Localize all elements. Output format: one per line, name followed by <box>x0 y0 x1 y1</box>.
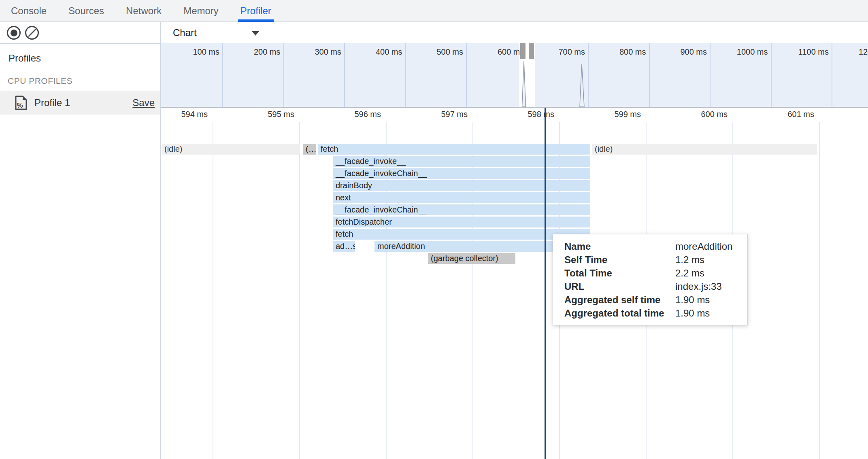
ruler-tick-label: 595 ms <box>268 110 294 119</box>
save-link[interactable]: Save <box>132 91 155 115</box>
ruler-tick-label: 600 ms <box>701 110 728 119</box>
view-mode-select[interactable]: Chart <box>173 22 197 43</box>
tooltip-value: 1.90 ms <box>675 293 736 306</box>
tooltip-value: 1.90 ms <box>675 306 736 320</box>
profile-list-item[interactable]: % Profile 1 Save <box>0 91 160 115</box>
profile-name: Profile 1 <box>34 91 70 115</box>
flame-bar[interactable]: ad…s <box>333 241 355 252</box>
ruler-tick-label: 597 ms <box>441 110 468 119</box>
flame-bar[interactable]: fetch <box>318 144 590 155</box>
profiler-main-panel: Chart 100 ms200 ms300 ms400 ms500 ms600 … <box>161 22 868 459</box>
tooltip-value: 1.2 ms <box>675 253 736 266</box>
tooltip-label: Name <box>564 240 675 253</box>
tooltip-label: Aggregated self time <box>564 293 675 306</box>
clear-icon[interactable] <box>25 26 39 40</box>
tab-sources[interactable]: Sources <box>68 0 104 22</box>
tooltip-label: Self Time <box>564 253 675 266</box>
playhead-marker-line <box>545 108 546 459</box>
timeline-overview[interactable]: 100 ms200 ms300 ms400 ms500 ms600 ms700 … <box>161 43 868 108</box>
profiles-heading: Profiles <box>9 53 41 64</box>
flame-chart[interactable]: (idle)(…fetch(idle)__facade_invoke____fa… <box>161 108 868 459</box>
tab-network[interactable]: Network <box>126 0 162 22</box>
ruler-tick-label: 596 ms <box>354 110 381 119</box>
devtools-window: ConsoleSourcesNetworkMemoryProfiler Prof… <box>0 0 868 459</box>
record-icon[interactable] <box>7 26 21 40</box>
flame-bar[interactable]: (… <box>303 144 316 155</box>
flame-bar[interactable]: (idle) <box>592 144 817 155</box>
ruler-tick-label: 598 ms <box>528 110 554 119</box>
tab-console[interactable]: Console <box>11 0 47 22</box>
grid-line <box>213 108 213 459</box>
sidebar-toolbar <box>0 22 160 44</box>
ruler-tick-label: 599 ms <box>614 110 641 119</box>
tooltip-label: Total Time <box>564 266 675 280</box>
flame-bar[interactable]: moreAddition <box>374 241 558 252</box>
profiler-toolbar: Chart <box>161 22 868 43</box>
grid-line <box>299 108 300 459</box>
grid-line <box>819 108 820 459</box>
time-ruler: 594 ms595 ms596 ms597 ms598 ms599 ms600 … <box>161 108 868 122</box>
flame-bar[interactable]: next <box>333 192 590 203</box>
chevron-down-icon <box>252 31 259 36</box>
tooltip-label: URL <box>564 280 675 293</box>
tooltip-row: Aggregated self time1.90 ms <box>564 293 736 306</box>
flame-bar[interactable]: fetchDispatcher <box>333 217 590 227</box>
tooltip-row: Aggregated total time1.90 ms <box>564 306 736 320</box>
tooltip-value: index.js:33 <box>675 280 736 293</box>
ruler-tick-label: 601 ms <box>787 110 814 119</box>
selection-handle-right[interactable] <box>529 43 534 59</box>
flame-bar[interactable]: __facade_invokeChain__ <box>333 168 590 179</box>
flame-bar[interactable]: drainBody <box>333 180 590 191</box>
frame-details-tooltip: NamemoreAdditionSelf Time1.2 msTotal Tim… <box>553 234 748 325</box>
tooltip-row: NamemoreAddition <box>564 240 736 253</box>
tooltip-label: Aggregated total time <box>564 306 675 320</box>
tab-profiler[interactable]: Profiler <box>240 0 271 22</box>
tooltip-value: 2.2 ms <box>675 266 736 280</box>
tab-memory[interactable]: Memory <box>183 0 219 22</box>
devtools-tab-bar: ConsoleSourcesNetworkMemoryProfiler <box>0 0 868 22</box>
tooltip-row: Self Time1.2 ms <box>564 253 736 266</box>
flame-bar[interactable]: (idle) <box>162 144 300 155</box>
profiles-sidebar: Profiles CPU PROFILES % Profile 1 Save <box>0 22 161 459</box>
flame-bar[interactable]: fetch <box>333 229 590 240</box>
cpu-activity-spikes <box>161 43 868 107</box>
flame-bar[interactable]: __facade_invoke__ <box>333 156 590 167</box>
svg-text:%: % <box>17 102 23 109</box>
flame-bar[interactable]: __facade_invokeChain__ <box>333 204 590 215</box>
flame-bar[interactable]: (garbage collector) <box>428 253 515 264</box>
tooltip-row: URLindex.js:33 <box>564 280 736 293</box>
cpu-profiles-heading: CPU PROFILES <box>8 76 72 86</box>
ruler-tick-label: 594 ms <box>181 110 208 119</box>
tooltip-value: moreAddition <box>675 240 736 253</box>
tooltip-row: Total Time2.2 ms <box>564 266 736 280</box>
selection-handle-left[interactable] <box>520 43 525 59</box>
profile-document-icon: % <box>15 96 28 110</box>
